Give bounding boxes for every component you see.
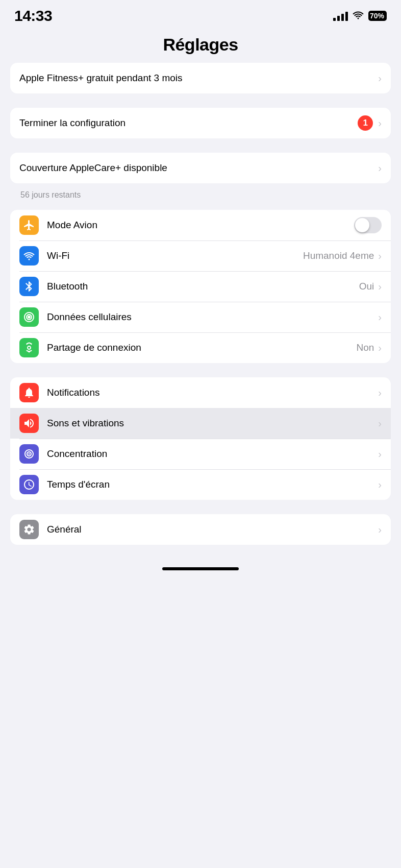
- notifications-chevron-icon: ›: [378, 388, 382, 398]
- settings-card: Notifications › Sons et vibrations ›: [10, 377, 391, 500]
- cellular-item[interactable]: Données cellulaires ›: [10, 302, 391, 332]
- bluetooth-label: Bluetooth: [47, 281, 359, 292]
- signal-bars-icon: [333, 11, 348, 21]
- general-chevron-icon: ›: [378, 524, 382, 535]
- wifi-value: Humanoid 4eme: [303, 250, 374, 261]
- cellular-icon: [19, 307, 39, 327]
- setup-chevron-icon: ›: [378, 118, 382, 128]
- applecare-subtitle: 56 jours restants: [10, 187, 391, 200]
- bluetooth-chevron-icon: ›: [378, 281, 382, 292]
- wifi-icon: [19, 246, 39, 266]
- setup-item[interactable]: Terminer la configuration 1 ›: [10, 108, 391, 138]
- general-icon: [19, 520, 39, 539]
- focus-label: Concentration: [47, 448, 378, 460]
- airplane-icon: [19, 215, 39, 235]
- screentime-chevron-icon: ›: [378, 479, 382, 490]
- airplane-item[interactable]: Mode Avion: [10, 210, 391, 240]
- notifications-icon: [19, 383, 39, 402]
- applecare-label: Couverture AppleCare+ disponible: [19, 162, 378, 174]
- setup-badge: 1: [358, 115, 373, 131]
- sounds-label: Sons et vibrations: [47, 418, 378, 429]
- applecare-card[interactable]: Couverture AppleCare+ disponible ›: [10, 153, 391, 183]
- fitness-card[interactable]: Apple Fitness+ gratuit pendant 3 mois ›: [10, 63, 391, 93]
- wifi-status-icon: [352, 10, 364, 21]
- fitness-chevron-icon: ›: [378, 73, 382, 83]
- setup-label: Terminer la configuration: [19, 117, 358, 129]
- battery-icon: 70 %: [368, 11, 387, 21]
- settings-content: Apple Fitness+ gratuit pendant 3 mois › …: [0, 63, 401, 545]
- bluetooth-item[interactable]: Bluetooth Oui ›: [10, 271, 391, 302]
- hotspot-icon: [19, 338, 39, 357]
- page-header: Réglages: [0, 30, 401, 63]
- sounds-item[interactable]: Sons et vibrations ›: [10, 408, 391, 439]
- notifications-item[interactable]: Notifications ›: [10, 377, 391, 408]
- screentime-item[interactable]: Temps d'écran ›: [10, 469, 391, 500]
- fitness-label: Apple Fitness+ gratuit pendant 3 mois: [19, 73, 378, 84]
- airplane-label: Mode Avion: [47, 220, 354, 231]
- applecare-chevron-icon: ›: [378, 163, 382, 173]
- status-bar: 14:33 70 %: [0, 0, 401, 30]
- fitness-item[interactable]: Apple Fitness+ gratuit pendant 3 mois ›: [10, 63, 391, 93]
- applecare-item[interactable]: Couverture AppleCare+ disponible ›: [10, 153, 391, 183]
- page-title: Réglages: [163, 35, 238, 54]
- screentime-label: Temps d'écran: [47, 479, 378, 490]
- hotspot-chevron-icon: ›: [378, 343, 382, 353]
- screentime-icon: [19, 475, 39, 494]
- notifications-label: Notifications: [47, 387, 378, 398]
- general-label: Général: [47, 524, 378, 535]
- setup-card[interactable]: Terminer la configuration 1 ›: [10, 108, 391, 138]
- airplane-toggle[interactable]: [354, 217, 382, 233]
- focus-chevron-icon: ›: [378, 449, 382, 459]
- hotspot-label: Partage de connexion: [47, 342, 356, 353]
- cellular-label: Données cellulaires: [47, 311, 378, 323]
- svg-point-1: [29, 351, 30, 353]
- bluetooth-value: Oui: [359, 281, 374, 292]
- sounds-icon: [19, 414, 39, 433]
- hotspot-value: Non: [356, 342, 374, 353]
- focus-item[interactable]: Concentration ›: [10, 439, 391, 469]
- hotspot-item[interactable]: Partage de connexion Non ›: [10, 332, 391, 363]
- home-indicator: [162, 567, 239, 570]
- sounds-chevron-icon: ›: [378, 418, 382, 428]
- svg-point-2: [29, 453, 30, 455]
- svg-point-0: [28, 316, 31, 319]
- wifi-item[interactable]: Wi-Fi Humanoid 4eme ›: [10, 240, 391, 271]
- status-icons: 70 %: [333, 10, 387, 21]
- general-item[interactable]: Général ›: [10, 514, 391, 545]
- cellular-chevron-icon: ›: [378, 312, 382, 322]
- focus-icon: [19, 444, 39, 464]
- wifi-label: Wi-Fi: [47, 250, 303, 261]
- bluetooth-icon: [19, 277, 39, 296]
- airplane-toggle-knob: [355, 218, 369, 232]
- status-time: 14:33: [14, 7, 52, 25]
- general-card: Général ›: [10, 514, 391, 545]
- network-card: Mode Avion Wi-Fi Humanoid 4eme ›: [10, 210, 391, 363]
- wifi-chevron-icon: ›: [378, 251, 382, 261]
